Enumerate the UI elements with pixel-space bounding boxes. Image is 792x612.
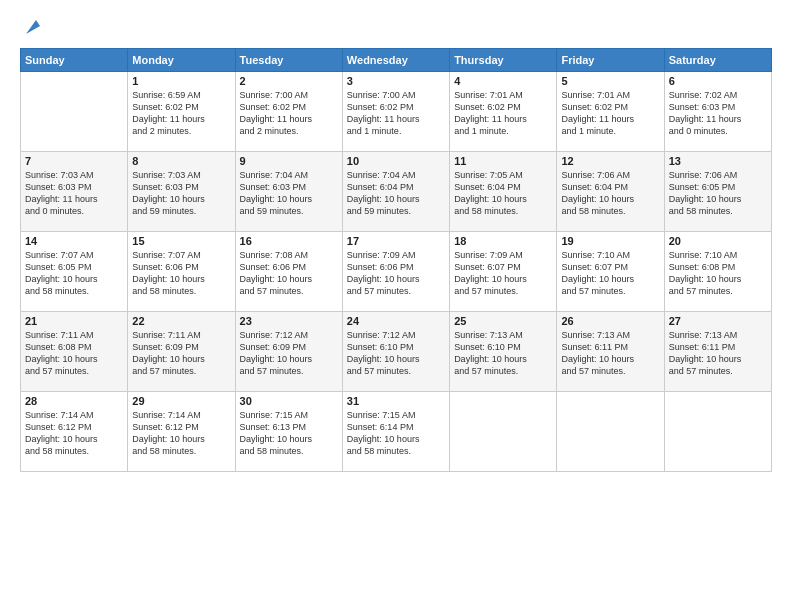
- day-header-sunday: Sunday: [21, 49, 128, 72]
- day-number: 7: [25, 155, 123, 167]
- day-info: Sunrise: 7:06 AM Sunset: 6:04 PM Dayligh…: [561, 169, 659, 218]
- calendar-cell: [664, 392, 771, 472]
- day-info: Sunrise: 7:00 AM Sunset: 6:02 PM Dayligh…: [240, 89, 338, 138]
- day-info: Sunrise: 7:01 AM Sunset: 6:02 PM Dayligh…: [561, 89, 659, 138]
- day-info: Sunrise: 7:07 AM Sunset: 6:06 PM Dayligh…: [132, 249, 230, 298]
- calendar-cell: [557, 392, 664, 472]
- day-number: 15: [132, 235, 230, 247]
- day-number: 6: [669, 75, 767, 87]
- day-number: 4: [454, 75, 552, 87]
- day-number: 2: [240, 75, 338, 87]
- day-number: 20: [669, 235, 767, 247]
- day-info: Sunrise: 7:05 AM Sunset: 6:04 PM Dayligh…: [454, 169, 552, 218]
- day-header-friday: Friday: [557, 49, 664, 72]
- day-info: Sunrise: 7:06 AM Sunset: 6:05 PM Dayligh…: [669, 169, 767, 218]
- calendar-cell: 13Sunrise: 7:06 AM Sunset: 6:05 PM Dayli…: [664, 152, 771, 232]
- day-number: 19: [561, 235, 659, 247]
- calendar-cell: 4Sunrise: 7:01 AM Sunset: 6:02 PM Daylig…: [450, 72, 557, 152]
- day-info: Sunrise: 7:10 AM Sunset: 6:08 PM Dayligh…: [669, 249, 767, 298]
- header: [20, 16, 772, 38]
- day-number: 17: [347, 235, 445, 247]
- day-info: Sunrise: 7:09 AM Sunset: 6:06 PM Dayligh…: [347, 249, 445, 298]
- calendar-cell: 25Sunrise: 7:13 AM Sunset: 6:10 PM Dayli…: [450, 312, 557, 392]
- day-info: Sunrise: 7:09 AM Sunset: 6:07 PM Dayligh…: [454, 249, 552, 298]
- calendar-cell: 28Sunrise: 7:14 AM Sunset: 6:12 PM Dayli…: [21, 392, 128, 472]
- day-number: 5: [561, 75, 659, 87]
- calendar-cell: 29Sunrise: 7:14 AM Sunset: 6:12 PM Dayli…: [128, 392, 235, 472]
- day-number: 28: [25, 395, 123, 407]
- calendar-cell: 20Sunrise: 7:10 AM Sunset: 6:08 PM Dayli…: [664, 232, 771, 312]
- day-info: Sunrise: 7:08 AM Sunset: 6:06 PM Dayligh…: [240, 249, 338, 298]
- day-number: 21: [25, 315, 123, 327]
- calendar-table: SundayMondayTuesdayWednesdayThursdayFrid…: [20, 48, 772, 472]
- day-info: Sunrise: 7:12 AM Sunset: 6:09 PM Dayligh…: [240, 329, 338, 378]
- calendar-cell: 7Sunrise: 7:03 AM Sunset: 6:03 PM Daylig…: [21, 152, 128, 232]
- logo-icon: [22, 16, 44, 38]
- calendar-cell: 24Sunrise: 7:12 AM Sunset: 6:10 PM Dayli…: [342, 312, 449, 392]
- logo: [20, 16, 44, 38]
- day-number: 13: [669, 155, 767, 167]
- day-number: 29: [132, 395, 230, 407]
- calendar-cell: 31Sunrise: 7:15 AM Sunset: 6:14 PM Dayli…: [342, 392, 449, 472]
- day-info: Sunrise: 7:04 AM Sunset: 6:03 PM Dayligh…: [240, 169, 338, 218]
- day-number: 8: [132, 155, 230, 167]
- day-info: Sunrise: 7:12 AM Sunset: 6:10 PM Dayligh…: [347, 329, 445, 378]
- day-number: 1: [132, 75, 230, 87]
- day-header-saturday: Saturday: [664, 49, 771, 72]
- day-number: 23: [240, 315, 338, 327]
- day-info: Sunrise: 7:03 AM Sunset: 6:03 PM Dayligh…: [132, 169, 230, 218]
- calendar-cell: 5Sunrise: 7:01 AM Sunset: 6:02 PM Daylig…: [557, 72, 664, 152]
- calendar-cell: 6Sunrise: 7:02 AM Sunset: 6:03 PM Daylig…: [664, 72, 771, 152]
- calendar-cell: 15Sunrise: 7:07 AM Sunset: 6:06 PM Dayli…: [128, 232, 235, 312]
- calendar-week-row: 7Sunrise: 7:03 AM Sunset: 6:03 PM Daylig…: [21, 152, 772, 232]
- day-info: Sunrise: 7:11 AM Sunset: 6:08 PM Dayligh…: [25, 329, 123, 378]
- day-number: 24: [347, 315, 445, 327]
- calendar-cell: 23Sunrise: 7:12 AM Sunset: 6:09 PM Dayli…: [235, 312, 342, 392]
- calendar-cell: 22Sunrise: 7:11 AM Sunset: 6:09 PM Dayli…: [128, 312, 235, 392]
- calendar-cell: 16Sunrise: 7:08 AM Sunset: 6:06 PM Dayli…: [235, 232, 342, 312]
- day-info: Sunrise: 7:03 AM Sunset: 6:03 PM Dayligh…: [25, 169, 123, 218]
- day-info: Sunrise: 7:01 AM Sunset: 6:02 PM Dayligh…: [454, 89, 552, 138]
- svg-marker-0: [26, 20, 44, 34]
- calendar-cell: [450, 392, 557, 472]
- calendar-cell: 21Sunrise: 7:11 AM Sunset: 6:08 PM Dayli…: [21, 312, 128, 392]
- calendar-header-row: SundayMondayTuesdayWednesdayThursdayFrid…: [21, 49, 772, 72]
- day-number: 18: [454, 235, 552, 247]
- calendar-cell: 11Sunrise: 7:05 AM Sunset: 6:04 PM Dayli…: [450, 152, 557, 232]
- day-number: 27: [669, 315, 767, 327]
- calendar-week-row: 1Sunrise: 6:59 AM Sunset: 6:02 PM Daylig…: [21, 72, 772, 152]
- day-info: Sunrise: 7:04 AM Sunset: 6:04 PM Dayligh…: [347, 169, 445, 218]
- day-number: 11: [454, 155, 552, 167]
- day-info: Sunrise: 7:13 AM Sunset: 6:10 PM Dayligh…: [454, 329, 552, 378]
- calendar-cell: 19Sunrise: 7:10 AM Sunset: 6:07 PM Dayli…: [557, 232, 664, 312]
- calendar-cell: 27Sunrise: 7:13 AM Sunset: 6:11 PM Dayli…: [664, 312, 771, 392]
- day-info: Sunrise: 7:13 AM Sunset: 6:11 PM Dayligh…: [561, 329, 659, 378]
- day-info: Sunrise: 7:14 AM Sunset: 6:12 PM Dayligh…: [132, 409, 230, 458]
- day-number: 3: [347, 75, 445, 87]
- day-info: Sunrise: 7:15 AM Sunset: 6:14 PM Dayligh…: [347, 409, 445, 458]
- calendar-cell: 14Sunrise: 7:07 AM Sunset: 6:05 PM Dayli…: [21, 232, 128, 312]
- calendar-cell: 12Sunrise: 7:06 AM Sunset: 6:04 PM Dayli…: [557, 152, 664, 232]
- day-info: Sunrise: 7:00 AM Sunset: 6:02 PM Dayligh…: [347, 89, 445, 138]
- calendar-cell: 18Sunrise: 7:09 AM Sunset: 6:07 PM Dayli…: [450, 232, 557, 312]
- day-number: 31: [347, 395, 445, 407]
- day-header-thursday: Thursday: [450, 49, 557, 72]
- calendar-week-row: 21Sunrise: 7:11 AM Sunset: 6:08 PM Dayli…: [21, 312, 772, 392]
- day-info: Sunrise: 7:15 AM Sunset: 6:13 PM Dayligh…: [240, 409, 338, 458]
- day-info: Sunrise: 7:14 AM Sunset: 6:12 PM Dayligh…: [25, 409, 123, 458]
- day-info: Sunrise: 7:11 AM Sunset: 6:09 PM Dayligh…: [132, 329, 230, 378]
- calendar-week-row: 28Sunrise: 7:14 AM Sunset: 6:12 PM Dayli…: [21, 392, 772, 472]
- day-info: Sunrise: 7:07 AM Sunset: 6:05 PM Dayligh…: [25, 249, 123, 298]
- day-number: 22: [132, 315, 230, 327]
- calendar-cell: 1Sunrise: 6:59 AM Sunset: 6:02 PM Daylig…: [128, 72, 235, 152]
- day-info: Sunrise: 6:59 AM Sunset: 6:02 PM Dayligh…: [132, 89, 230, 138]
- calendar-cell: 17Sunrise: 7:09 AM Sunset: 6:06 PM Dayli…: [342, 232, 449, 312]
- calendar-cell: 9Sunrise: 7:04 AM Sunset: 6:03 PM Daylig…: [235, 152, 342, 232]
- calendar-week-row: 14Sunrise: 7:07 AM Sunset: 6:05 PM Dayli…: [21, 232, 772, 312]
- day-number: 16: [240, 235, 338, 247]
- calendar-cell: [21, 72, 128, 152]
- calendar-cell: 26Sunrise: 7:13 AM Sunset: 6:11 PM Dayli…: [557, 312, 664, 392]
- day-number: 30: [240, 395, 338, 407]
- calendar-cell: 3Sunrise: 7:00 AM Sunset: 6:02 PM Daylig…: [342, 72, 449, 152]
- calendar-cell: 8Sunrise: 7:03 AM Sunset: 6:03 PM Daylig…: [128, 152, 235, 232]
